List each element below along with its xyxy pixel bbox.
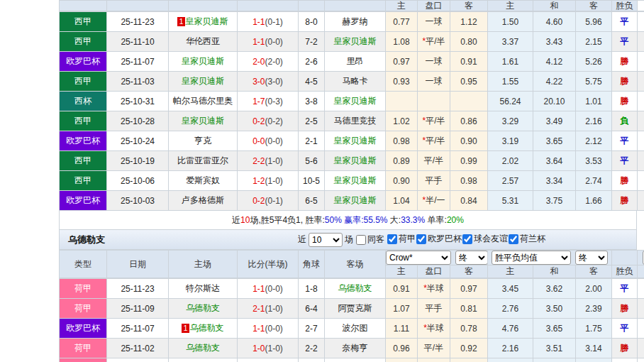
table-header-row: 主 盘口 客 主 和 客 胜负	[60, 1, 644, 11]
table-row: 荷甲25-11-02乌德勒支1-0(1-0)2-2奈梅亨0.96平/半0.922…	[60, 339, 644, 358]
home-team-link[interactable]: 1皇家贝迪斯	[169, 12, 238, 32]
col-corners: 角球	[299, 251, 325, 278]
league-filter[interactable]: 欧罗巴杯	[416, 233, 462, 245]
away-team-link[interactable]: 皇家贝迪斯	[325, 171, 386, 191]
col-blank	[612, 251, 638, 265]
home-team-link[interactable]: 亨克	[169, 131, 238, 151]
score: 1-2(1-0)	[238, 171, 299, 191]
away-team-name: 皇家贝迪斯	[334, 195, 377, 205]
table-row: 欧罗巴杯25-11-07皇家贝迪斯2-0(2-0)2-6里昂0.97一球0.91…	[60, 52, 644, 72]
league-filter-checkbox[interactable]	[387, 234, 397, 244]
league-filter-checkbox[interactable]	[416, 234, 426, 244]
halftime-score: (0-1)	[265, 17, 283, 27]
col-asia-away: 客	[450, 265, 488, 278]
asia-handicap: *平/半	[418, 131, 450, 151]
cut-cell	[638, 32, 644, 52]
corners: 6-4	[299, 299, 325, 319]
league-badge: 西甲	[60, 72, 107, 92]
away-team-name: 赫罗纳	[343, 16, 368, 26]
home-team-link[interactable]: 爱斯宾奴	[169, 171, 238, 191]
euro-draw-odds: 3.65	[533, 131, 576, 151]
asia-final-select[interactable]: 终	[455, 251, 488, 265]
home-team-link[interactable]: 华伦西亚	[169, 32, 238, 52]
league-filter-checkbox[interactable]	[509, 234, 518, 244]
away-team-link[interactable]: 皇家贝迪斯	[325, 151, 386, 171]
league-filter[interactable]: 荷兰杯	[508, 233, 545, 245]
euro-win-odds: 2.76	[488, 299, 533, 319]
league-filter-checkbox[interactable]	[462, 234, 472, 244]
odds-company-select[interactable]: Crow*	[386, 251, 451, 265]
handicap-star: *	[422, 36, 426, 46]
cut-select-cell: 全	[638, 251, 644, 265]
league-badge: 欧罗巴杯	[60, 191, 107, 211]
home-team-link[interactable]: 帕尔马德尔里奥	[169, 92, 238, 111]
away-team-link[interactable]: 马略卡	[325, 72, 386, 92]
euro-average-select[interactable]: 胜平负均值	[492, 251, 571, 265]
euro-final-select[interactable]: 终	[575, 251, 608, 265]
euro-odds-controls: 胜平负均值终	[488, 251, 612, 265]
fulltime-score: 1-0	[252, 344, 265, 353]
asia-home-odds: 0.96	[386, 339, 418, 358]
games-label: 场	[345, 234, 353, 246]
score: 1-0(1-0)	[238, 339, 299, 358]
top-team-history-table: 西甲25-11-231皇家贝迪斯1-1(0-1)8-0赫罗纳0.77一球1.12…	[59, 11, 644, 211]
away-team-link[interactable]: 阿贾克斯	[325, 299, 386, 319]
euro-lose-odds: 3.53	[576, 151, 612, 171]
home-team-link[interactable]: 皇家贝迪斯	[169, 52, 238, 72]
away-team-name: 皇家贝迪斯	[334, 136, 377, 146]
match-date: 25-11-02	[107, 339, 169, 358]
euro-lose-odds: 2.39	[576, 299, 612, 319]
table-row: 荷甲25-11-23特尔斯达1-1(0-0)1-8乌德勒支0.91*半球0.97…	[60, 279, 644, 299]
home-team-link[interactable]: 1乌德勒支	[169, 319, 238, 339]
home-team-link[interactable]: 皇家贝迪斯	[169, 111, 238, 131]
away-team-link[interactable]: 皇家贝迪斯	[325, 191, 386, 211]
away-team-link[interactable]: 皇家贝迪斯	[325, 32, 386, 52]
league-filter[interactable]: 荷甲	[387, 233, 416, 245]
league-badge: 西甲	[60, 151, 107, 171]
home-team-link[interactable]	[169, 358, 238, 362]
euro-lose-odds: 5.75	[576, 72, 612, 92]
away-team-link[interactable]: 皇家贝迪斯	[325, 131, 386, 151]
away-team-link[interactable]: 马德里竞技	[325, 111, 386, 131]
home-team-link[interactable]: 特尔斯达	[169, 279, 238, 299]
euro-draw-odds: 3.75	[533, 191, 576, 211]
euro-win-odds: 2.16	[488, 339, 533, 358]
away-team-link[interactable]: 波尔图	[325, 319, 386, 339]
match-date: 25-10-31	[107, 92, 169, 111]
away-team-name: 奈梅亨	[343, 343, 368, 353]
away-team-link[interactable]: 皇家贝迪斯	[325, 92, 386, 111]
same-away-filter[interactable]: 同客	[355, 234, 384, 246]
cut-cell	[638, 72, 644, 92]
away-team-link[interactable]: 奈梅亨	[325, 339, 386, 358]
col-type: 类型	[60, 251, 107, 278]
section-title: 乌德勒支	[60, 234, 105, 246]
table-row: 西甲25-10-28皇家贝迪斯0-2(0-2)2-5马德里竞技1.02*平/半0…	[60, 111, 644, 131]
cut-cell	[638, 12, 644, 32]
away-team-link[interactable]: 赫罗纳	[325, 12, 386, 32]
asia-handicap: *半球	[418, 319, 450, 339]
away-team-link[interactable]	[325, 358, 386, 362]
result-flag: 平	[612, 12, 638, 32]
result-flag: 勝	[612, 52, 638, 72]
halftime-score: (0-3)	[265, 97, 283, 106]
table-row: 西甲25-11-231皇家贝迪斯1-1(0-1)8-0赫罗纳0.77一球1.12…	[60, 12, 644, 32]
away-team-link[interactable]: 乌德勒支	[325, 279, 386, 299]
handicap-star: *	[423, 283, 427, 293]
home-team-link[interactable]: 卢多格德斯	[169, 191, 238, 211]
corners: 5-6	[299, 151, 325, 171]
home-team-link[interactable]: 皇家贝迪斯	[169, 72, 238, 92]
home-team-link[interactable]: 比雷亚雷亚尔	[169, 151, 238, 171]
asia-away-odds: 0.98	[450, 171, 488, 191]
league-filter[interactable]: 球会友谊	[462, 233, 508, 245]
same-away-checkbox[interactable]	[356, 235, 366, 245]
home-team-link[interactable]: 乌德勒支	[169, 299, 238, 319]
games-count-select[interactable]: 10	[309, 233, 343, 247]
col-home: 主场	[169, 251, 238, 278]
home-team-link[interactable]: 乌德勒支	[169, 339, 238, 358]
score: 1-1(0-0)	[238, 279, 299, 299]
euro-draw-odds: 4.22	[533, 72, 576, 92]
euro-lose-odds: 3.14	[576, 339, 612, 358]
euro-win-odds: 2.02	[488, 151, 533, 171]
away-team-link[interactable]: 里昂	[325, 52, 386, 72]
col-handicap: 盘口	[418, 1, 450, 11]
